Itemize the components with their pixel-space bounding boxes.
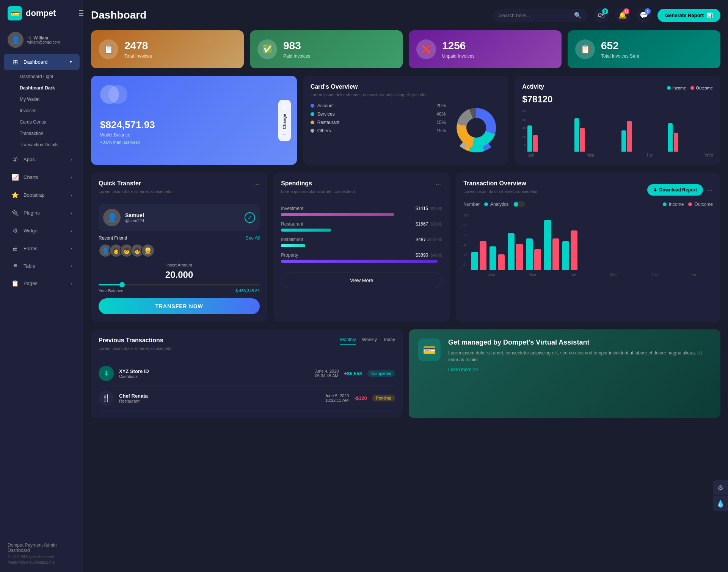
trans-icon-1: ⬇ [99, 366, 114, 381]
filter-monthly[interactable]: Monthly [340, 337, 356, 345]
activity-title: Activity [522, 83, 544, 90]
transfer-now-button[interactable]: TRANSFER NOW [99, 298, 260, 314]
chevron-right-icon: › [71, 246, 72, 251]
sidebar-sub-item-transaction[interactable]: Transaction [0, 128, 83, 139]
chevron-right-icon: › [71, 157, 72, 162]
transfer-user-avatar: 👤 [103, 209, 121, 226]
analytics-dot [484, 202, 488, 206]
sidebar-sub-item-dashboard-light[interactable]: Dashboard Light [0, 71, 83, 82]
spending-total-property: /$4000 [430, 253, 442, 257]
transaction-more-icon[interactable]: ⋯ [706, 186, 713, 194]
bar-pair-wed [526, 238, 541, 270]
filter-analytics-tab: Analytics [484, 202, 508, 207]
transaction-filter-row: Number Analytics Income [463, 201, 713, 207]
cards-overview-subtitle: Lorem ipsum dolor sit amet, consectetur … [311, 92, 501, 97]
stat-card-paid-invoices: ✅ 983 Paid Invoices [250, 30, 403, 68]
amount-slider[interactable] [99, 284, 260, 285]
floating-settings: ⚙ 💧 [713, 480, 728, 511]
filter-weekly[interactable]: Weekly [362, 337, 377, 345]
settings-float-button[interactable]: ⚙ [713, 480, 728, 495]
legend-label-others: Others [317, 128, 331, 133]
search-input[interactable] [499, 13, 571, 18]
total-invoices-icon: 📋 [99, 39, 118, 59]
sidebar-item-dashboard[interactable]: ⊞ Dashboard ▾ [4, 54, 80, 70]
theme-float-button[interactable]: 💧 [713, 496, 728, 511]
sidebar-item-table[interactable]: ≡ Table › [4, 258, 80, 274]
hamburger-icon[interactable]: ☰ [78, 9, 83, 18]
download-report-button[interactable]: ⬇ Download Report [647, 184, 703, 196]
outcome-bar-thu [552, 238, 559, 270]
footer-copy: © 2021 All Rights Reserved [8, 555, 76, 559]
va-learn-more-link[interactable]: Learn more >> [448, 367, 711, 372]
cards-overview-card: Card's Overview Lorem ipsum dolor sit am… [303, 76, 509, 165]
legend-restaurant: Restaurant 15% [311, 120, 446, 125]
generate-report-label: Generate Report [665, 13, 704, 18]
sidebar-sub-item-my-wallet[interactable]: My Wallet [0, 94, 83, 105]
activity-amount: $78120 [522, 94, 713, 105]
sidebar-item-bootstrap[interactable]: ⭐ Bootstrap › [4, 187, 80, 203]
outcome-bar-tue [516, 244, 523, 270]
see-all-link[interactable]: See All [246, 235, 260, 241]
legend-pct-account: 20% [436, 103, 446, 108]
bottom-row: Quick Transfer Lorem ipsum dolor sit ame… [91, 172, 720, 322]
spending-installment: Installment $487 /$10000 [281, 237, 442, 247]
sidebar-item-apps[interactable]: ① Apps › [4, 151, 80, 168]
outcome-bar-mon [498, 254, 505, 270]
transaction-row-1: ⬇ XYZ Store ID Cashback June 4, 2020 05:… [99, 361, 395, 386]
generate-report-button[interactable]: Generate Report 📊 [657, 9, 720, 22]
user-greeting: Hi, William [27, 36, 60, 40]
header: Dashboard 🔍 🛍 2 🔔 12 💬 5 [91, 8, 720, 23]
legend-pct-restaurant: 15% [436, 120, 446, 125]
transfer-user: 👤 Samuel @sum224 ✓ [99, 204, 260, 231]
sidebar-item-label: Pages [24, 281, 38, 286]
income-bar-mon [490, 246, 496, 270]
more-options-icon[interactable]: ⋯ [253, 180, 260, 188]
sidebar-sub-item-invoices[interactable]: Invoices [0, 105, 83, 116]
view-more-button[interactable]: View More [281, 273, 442, 288]
bar-group-2 [621, 121, 666, 152]
spendings-more-icon[interactable]: ⋯ [435, 180, 442, 188]
chart-icon: 📊 [707, 13, 713, 18]
activity-yaxis: 80 60 40 20 0 [522, 109, 526, 147]
income-bar [527, 125, 532, 152]
spending-bar-restaurant [281, 229, 331, 232]
page-title: Dashboard [91, 9, 146, 21]
income-bar-wed [526, 238, 533, 270]
sidebar-sub-item-cards-center[interactable]: Cards Center [0, 116, 83, 128]
analytics-toggle[interactable] [513, 201, 525, 207]
outcome-filter-dot [688, 202, 692, 206]
filter-today[interactable]: Today [383, 337, 395, 345]
change-button[interactable]: ⟳ Change ⌄ [278, 100, 291, 141]
shopping-notifications-btn[interactable]: 🛍 2 [594, 8, 609, 23]
sidebar-item-forms[interactable]: 🖨 Forms › [4, 240, 80, 256]
wallet-amount: $824,571.93 [100, 119, 288, 131]
sidebar-item-widget[interactable]: ⚙ Widget › [4, 223, 80, 239]
chevron-right-icon: › [71, 193, 72, 197]
recent-friend-header: Recent Friend See All [99, 235, 260, 241]
legend-label-restaurant: Restaurant [317, 120, 340, 125]
income-bar-fri [562, 241, 569, 270]
bell-notifications-btn[interactable]: 🔔 12 [615, 8, 630, 23]
total-invoices-number: 2478 [124, 40, 152, 52]
pages-icon: 📋 [11, 280, 19, 287]
transaction-overview-card: Transaction Overview Lorem ipsum dolor s… [456, 172, 720, 322]
search-icon[interactable]: 🔍 [574, 12, 582, 19]
bar-group-0 [527, 125, 572, 152]
spending-restaurant: Restaurant $1567 /$5000 [281, 221, 442, 232]
slider-fill [99, 284, 123, 285]
spending-amount-property: $3890 [416, 252, 428, 258]
bar-group-1 [574, 118, 619, 152]
spendings-card: Spendings Lorem ipsum dolor sit amet, co… [273, 172, 450, 322]
message-notifications-btn[interactable]: 💬 5 [636, 8, 651, 23]
unpaid-invoices-number: 1256 [442, 40, 474, 52]
income-filter-dot [663, 202, 667, 206]
total-sent-icon: 📋 [575, 39, 595, 59]
sidebar-sub-item-transaction-details[interactable]: Transaction Details [0, 139, 83, 150]
spending-amount-restaurant: $1567 [416, 221, 428, 227]
sidebar-item-pages[interactable]: 📋 Pages › [4, 275, 80, 291]
income-bar-sun [471, 252, 478, 270]
sidebar-item-plugins[interactable]: 🔌 Plugins › [4, 205, 80, 221]
sidebar-item-label: Apps [24, 157, 35, 162]
sidebar-sub-item-dashboard-dark[interactable]: Dashboard Dark [0, 82, 83, 94]
sidebar-item-charts[interactable]: 📈 Charts › [4, 169, 80, 185]
